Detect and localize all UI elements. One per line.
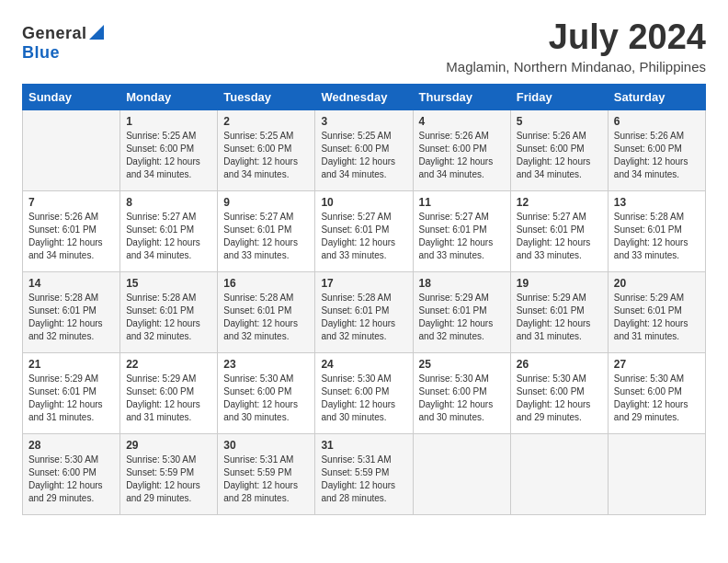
calendar-cell: 2Sunrise: 5:25 AM Sunset: 6:00 PM Daylig… [218,109,315,190]
day-number: 31 [321,439,406,452]
cell-content: Sunrise: 5:30 AM Sunset: 5:59 PM Dayligh… [126,454,211,505]
cell-content: Sunrise: 5:26 AM Sunset: 6:01 PM Dayligh… [28,211,114,262]
day-header-thursday: Thursday [413,84,510,109]
day-number: 30 [223,439,309,452]
day-number: 5 [517,115,602,128]
day-number: 15 [126,277,211,290]
cell-content: Sunrise: 5:27 AM Sunset: 6:01 PM Dayligh… [321,211,406,262]
month-year-title: July 2024 [446,18,706,57]
calendar-cell: 31Sunrise: 5:31 AM Sunset: 5:59 PM Dayli… [315,433,413,514]
calendar-cell [413,433,510,514]
cell-content: Sunrise: 5:30 AM Sunset: 6:00 PM Dayligh… [517,373,602,424]
calendar-cell: 19Sunrise: 5:29 AM Sunset: 6:01 PM Dayli… [510,271,608,352]
calendar-table: SundayMondayTuesdayWednesdayThursdayFrid… [22,84,706,515]
calendar-header-row: SundayMondayTuesdayWednesdayThursdayFrid… [23,84,706,109]
calendar-week-row: 14Sunrise: 5:28 AM Sunset: 6:01 PM Dayli… [23,271,706,352]
calendar-cell: 16Sunrise: 5:28 AM Sunset: 6:01 PM Dayli… [218,271,315,352]
calendar-week-row: 1Sunrise: 5:25 AM Sunset: 6:00 PM Daylig… [23,109,706,190]
cell-content: Sunrise: 5:28 AM Sunset: 6:01 PM Dayligh… [223,292,309,343]
day-number: 12 [517,196,602,209]
day-number: 8 [126,196,211,209]
calendar-week-row: 7Sunrise: 5:26 AM Sunset: 6:01 PM Daylig… [23,190,706,271]
calendar-cell: 24Sunrise: 5:30 AM Sunset: 6:00 PM Dayli… [315,352,413,433]
day-number: 11 [419,196,505,209]
cell-content: Sunrise: 5:29 AM Sunset: 6:00 PM Dayligh… [126,373,211,424]
calendar-cell: 15Sunrise: 5:28 AM Sunset: 6:01 PM Dayli… [120,271,218,352]
calendar-cell: 4Sunrise: 5:26 AM Sunset: 6:00 PM Daylig… [413,109,510,190]
day-header-monday: Monday [120,84,218,109]
day-number: 27 [614,358,700,371]
cell-content: Sunrise: 5:26 AM Sunset: 6:00 PM Dayligh… [614,130,700,181]
calendar-cell: 9Sunrise: 5:27 AM Sunset: 6:01 PM Daylig… [218,190,315,271]
calendar-cell: 12Sunrise: 5:27 AM Sunset: 6:01 PM Dayli… [510,190,608,271]
calendar-cell: 11Sunrise: 5:27 AM Sunset: 6:01 PM Dayli… [413,190,510,271]
day-header-saturday: Saturday [608,84,705,109]
day-header-sunday: Sunday [23,84,120,109]
svg-marker-0 [89,25,104,40]
cell-content: Sunrise: 5:30 AM Sunset: 6:00 PM Dayligh… [223,373,309,424]
calendar-cell: 13Sunrise: 5:28 AM Sunset: 6:01 PM Dayli… [608,190,705,271]
calendar-cell: 18Sunrise: 5:29 AM Sunset: 6:01 PM Dayli… [413,271,510,352]
cell-content: Sunrise: 5:25 AM Sunset: 6:00 PM Dayligh… [223,130,309,181]
header: General Blue July 2024 Maglamin, Norther… [22,18,706,75]
day-number: 6 [614,115,700,128]
cell-content: Sunrise: 5:28 AM Sunset: 6:01 PM Dayligh… [321,292,406,343]
location-text: Maglamin, Northern Mindanao, Philippines [446,59,706,75]
calendar-cell: 5Sunrise: 5:26 AM Sunset: 6:00 PM Daylig… [510,109,608,190]
calendar-cell: 10Sunrise: 5:27 AM Sunset: 6:01 PM Dayli… [315,190,413,271]
cell-content: Sunrise: 5:29 AM Sunset: 6:01 PM Dayligh… [517,292,602,343]
calendar-cell: 20Sunrise: 5:29 AM Sunset: 6:01 PM Dayli… [608,271,705,352]
cell-content: Sunrise: 5:26 AM Sunset: 6:00 PM Dayligh… [419,130,505,181]
cell-content: Sunrise: 5:31 AM Sunset: 5:59 PM Dayligh… [223,454,309,505]
calendar-cell [608,433,705,514]
day-number: 26 [517,358,602,371]
day-number: 2 [223,115,309,128]
day-header-friday: Friday [510,84,608,109]
calendar-cell: 23Sunrise: 5:30 AM Sunset: 6:00 PM Dayli… [218,352,315,433]
calendar-cell: 7Sunrise: 5:26 AM Sunset: 6:01 PM Daylig… [23,190,120,271]
calendar-cell [510,433,608,514]
calendar-cell: 14Sunrise: 5:28 AM Sunset: 6:01 PM Dayli… [23,271,120,352]
cell-content: Sunrise: 5:28 AM Sunset: 6:01 PM Dayligh… [28,292,114,343]
day-number: 20 [614,277,700,290]
logo: General Blue [22,24,104,63]
cell-content: Sunrise: 5:31 AM Sunset: 5:59 PM Dayligh… [321,454,406,505]
logo-icon [89,25,104,40]
calendar-cell: 1Sunrise: 5:25 AM Sunset: 6:00 PM Daylig… [120,109,218,190]
day-header-wednesday: Wednesday [315,84,413,109]
day-number: 1 [126,115,211,128]
day-number: 14 [28,277,114,290]
logo-general-text: General [22,24,87,43]
calendar-cell: 8Sunrise: 5:27 AM Sunset: 6:01 PM Daylig… [120,190,218,271]
calendar-cell: 3Sunrise: 5:25 AM Sunset: 6:00 PM Daylig… [315,109,413,190]
cell-content: Sunrise: 5:29 AM Sunset: 6:01 PM Dayligh… [28,373,114,424]
calendar-cell: 27Sunrise: 5:30 AM Sunset: 6:00 PM Dayli… [608,352,705,433]
cell-content: Sunrise: 5:28 AM Sunset: 6:01 PM Dayligh… [126,292,211,343]
calendar-cell: 28Sunrise: 5:30 AM Sunset: 6:00 PM Dayli… [23,433,120,514]
day-number: 24 [321,358,406,371]
day-number: 23 [223,358,309,371]
day-number: 18 [419,277,505,290]
day-number: 9 [223,196,309,209]
cell-content: Sunrise: 5:27 AM Sunset: 6:01 PM Dayligh… [223,211,309,262]
day-number: 16 [223,277,309,290]
calendar-cell: 26Sunrise: 5:30 AM Sunset: 6:00 PM Dayli… [510,352,608,433]
cell-content: Sunrise: 5:27 AM Sunset: 6:01 PM Dayligh… [517,211,602,262]
cell-content: Sunrise: 5:30 AM Sunset: 6:00 PM Dayligh… [321,373,406,424]
cell-content: Sunrise: 5:25 AM Sunset: 6:00 PM Dayligh… [126,130,211,181]
day-number: 29 [126,439,211,452]
cell-content: Sunrise: 5:29 AM Sunset: 6:01 PM Dayligh… [419,292,505,343]
title-section: July 2024 Maglamin, Northern Mindanao, P… [446,18,706,75]
day-number: 13 [614,196,700,209]
calendar-cell: 21Sunrise: 5:29 AM Sunset: 6:01 PM Dayli… [23,352,120,433]
day-number: 19 [517,277,602,290]
day-number: 25 [419,358,505,371]
day-header-tuesday: Tuesday [218,84,315,109]
calendar-cell: 30Sunrise: 5:31 AM Sunset: 5:59 PM Dayli… [218,433,315,514]
day-number: 3 [321,115,406,128]
cell-content: Sunrise: 5:28 AM Sunset: 6:01 PM Dayligh… [614,211,700,262]
calendar-cell: 25Sunrise: 5:30 AM Sunset: 6:00 PM Dayli… [413,352,510,433]
cell-content: Sunrise: 5:29 AM Sunset: 6:01 PM Dayligh… [614,292,700,343]
cell-content: Sunrise: 5:27 AM Sunset: 6:01 PM Dayligh… [126,211,211,262]
calendar-cell: 22Sunrise: 5:29 AM Sunset: 6:00 PM Dayli… [120,352,218,433]
